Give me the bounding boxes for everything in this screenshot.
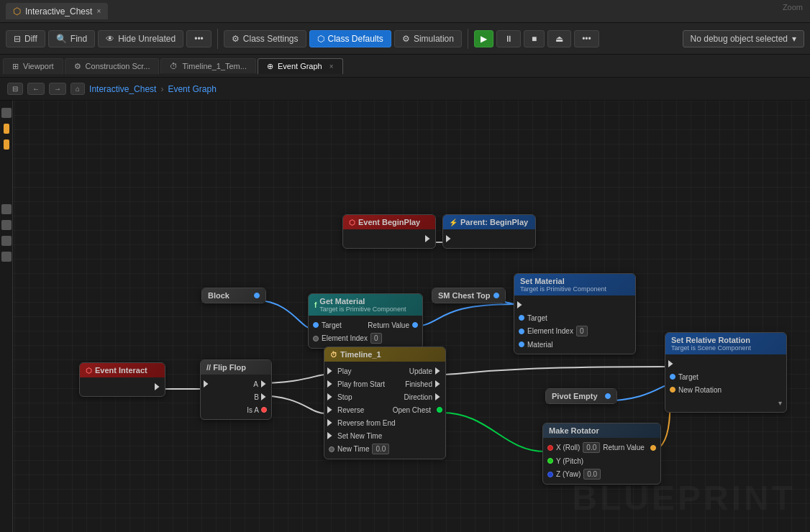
breadcrumb-current[interactable]: Event Graph (168, 84, 216, 94)
tab-timeline[interactable]: ⏱ Timeline_1_Tem... (160, 58, 255, 73)
tab-title: Interactive_Chest (25, 6, 92, 17)
node-title: Block (208, 291, 229, 300)
node-subtitle: Target is Scene Component (671, 344, 751, 352)
new-time-row: New Time 0.0 (324, 442, 445, 456)
exec-play-in (327, 367, 335, 375)
exec-update-out (435, 367, 442, 375)
node-event-interact[interactable]: ⬡ Event Interact (79, 362, 165, 397)
simulation-icon: ⚙ (402, 34, 410, 44)
forward-button[interactable]: → (49, 83, 66, 95)
stop-row: Stop Direction (324, 390, 445, 403)
node-title: Set Material (520, 277, 565, 285)
tab-event-graph[interactable]: ⊕ Event Graph × (258, 58, 343, 74)
x-roll-row: X (Roll) 0.0 Return Value (543, 441, 660, 454)
node-body: Target Element Index 0 Material (514, 295, 635, 354)
y-pitch-row: Y (Pitch) (543, 454, 660, 467)
exec-row (443, 232, 535, 245)
separator-2 (468, 29, 468, 49)
class-settings-button[interactable]: ⚙ Class Settings (224, 30, 306, 47)
z-yaw-row: Z (Yaw) 0.0 (543, 467, 660, 481)
exec-row (665, 357, 786, 370)
exec-out-row (343, 232, 435, 245)
exec-a-pin (261, 380, 268, 387)
home-button[interactable]: ⌂ (70, 83, 85, 95)
reverse-row: Reverse Open Chest (324, 403, 445, 416)
debug-object-selector[interactable]: No debug object selected ▾ (683, 30, 804, 47)
node-title: Get Material (319, 297, 365, 306)
node-body (443, 229, 535, 248)
eye-icon: 👁 (106, 34, 114, 44)
canvas-area[interactable]: ⬡ Event BeginPlay ⚡ Parent: BeginPlay (0, 101, 810, 532)
tab-viewport[interactable]: ⊞ Viewport (3, 58, 63, 74)
diff-button[interactable]: ⊟ Diff (6, 30, 45, 47)
simulation-button[interactable]: ⚙ Simulation (394, 30, 462, 47)
node-set-material[interactable]: Set Material Target is Primitive Compone… (514, 273, 636, 354)
node-event-begin-play[interactable]: ⬡ Event BeginPlay (342, 214, 436, 249)
node-header-make-rotator: Make Rotator (543, 423, 660, 438)
tab-event-graph-close[interactable]: × (329, 63, 334, 70)
class-defaults-button[interactable]: ⬡ Class Defaults (309, 30, 391, 47)
panel-icon-2[interactable] (4, 124, 9, 134)
node-body: Target Return Value Element Index 0 (309, 316, 422, 348)
exec-direction-out (435, 393, 442, 400)
material-row: Material (514, 338, 635, 351)
left-panel (0, 101, 13, 532)
tab-bar: ⊞ Viewport ⚙ Construction Scr... ⏱ Timel… (0, 55, 810, 78)
node-flip-flop[interactable]: // Flip Flop A B Is A (200, 359, 272, 420)
breadcrumb-separator: › (160, 84, 163, 94)
panel-icon-5[interactable] (1, 220, 12, 230)
breadcrumb-root[interactable]: Interactive_Chest (89, 84, 156, 94)
more-button[interactable]: ••• (186, 30, 211, 47)
node-pivot-empty[interactable]: Pivot Empty (545, 388, 617, 404)
bookmark-button[interactable]: ⊟ (7, 83, 23, 95)
node-header-set-relative-rotation: Set Relative Rotation Target is Scene Co… (665, 333, 786, 354)
stop-button[interactable]: ■ (524, 30, 545, 47)
node-title: Set Relative Rotation (671, 336, 750, 344)
node-title: Timeline_1 (340, 350, 381, 359)
breadcrumb-bar: ⊟ ← → ⌂ Interactive_Chest › Event Graph … (0, 78, 810, 101)
more-play-button[interactable]: ••• (574, 30, 599, 47)
panel-icon-6[interactable] (1, 236, 12, 246)
node-parent-begin-play[interactable]: ⚡ Parent: BeginPlay (442, 214, 536, 249)
node-make-rotator[interactable]: Make Rotator X (Roll) 0.0 Return Value Y… (542, 423, 661, 485)
hide-unrelated-button[interactable]: 👁 Hide Unrelated (98, 30, 183, 47)
back-button[interactable]: ← (27, 83, 45, 95)
exec-out-row (80, 380, 165, 393)
play-button[interactable]: ▶ (474, 30, 493, 47)
node-header-event-begin-play: ⬡ Event BeginPlay (343, 215, 435, 229)
target-pin-row: Target Return Value (309, 318, 422, 331)
node-get-material[interactable]: f Get Material Target is Primitive Compo… (308, 293, 423, 349)
panel-icon-1[interactable] (1, 108, 12, 118)
panel-icon-3[interactable] (4, 139, 9, 150)
panel-icon-4[interactable] (1, 204, 12, 214)
node-subtitle: Target is Primitive Component (520, 285, 606, 293)
settings-icon: ⚙ (232, 34, 240, 44)
panel-icon-7[interactable] (1, 252, 12, 262)
node-header-event-interact: ⬡ Event Interact (80, 363, 165, 377)
tab-construction-script[interactable]: ⚙ Construction Scr... (65, 58, 160, 74)
element-index-row: Element Index 0 (514, 324, 635, 338)
node-subtitle: Target is Primitive Component (319, 306, 406, 313)
exec-row: A (201, 377, 271, 390)
node-title: Event Interact (95, 366, 147, 375)
eject-button[interactable]: ⏏ (547, 30, 571, 47)
node-body: Play Update Play from Start Finished Sto… (324, 362, 445, 459)
is-a-row: Is A (201, 403, 271, 416)
node-block[interactable]: Block (201, 288, 266, 303)
node-timeline-1[interactable]: ⏱ Timeline_1 Play Update Play from Start… (324, 347, 446, 459)
main-tab[interactable]: ⬡ Interactive_Chest × (6, 3, 108, 19)
node-title: // Flip Flop (206, 363, 246, 372)
element-index-row: Element Index 0 (309, 331, 422, 345)
construction-icon: ⚙ (74, 62, 81, 71)
node-sm-chest-top[interactable]: SM Chest Top (432, 288, 506, 303)
tab-close-btn[interactable]: × (96, 7, 101, 15)
find-button[interactable]: 🔍 Find (48, 30, 95, 47)
play-row: Play Update (324, 364, 445, 377)
exec-in-pin (517, 301, 524, 308)
pause-button[interactable]: ⏸ (496, 30, 521, 47)
node-set-relative-rotation[interactable]: Set Relative Rotation Target is Scene Co… (665, 332, 787, 413)
chevron-down-icon: ▾ (792, 34, 796, 44)
debug-label: No debug object selected (691, 34, 788, 44)
graph-icon: ⊕ (267, 62, 273, 71)
exec-in-pin (668, 360, 675, 367)
